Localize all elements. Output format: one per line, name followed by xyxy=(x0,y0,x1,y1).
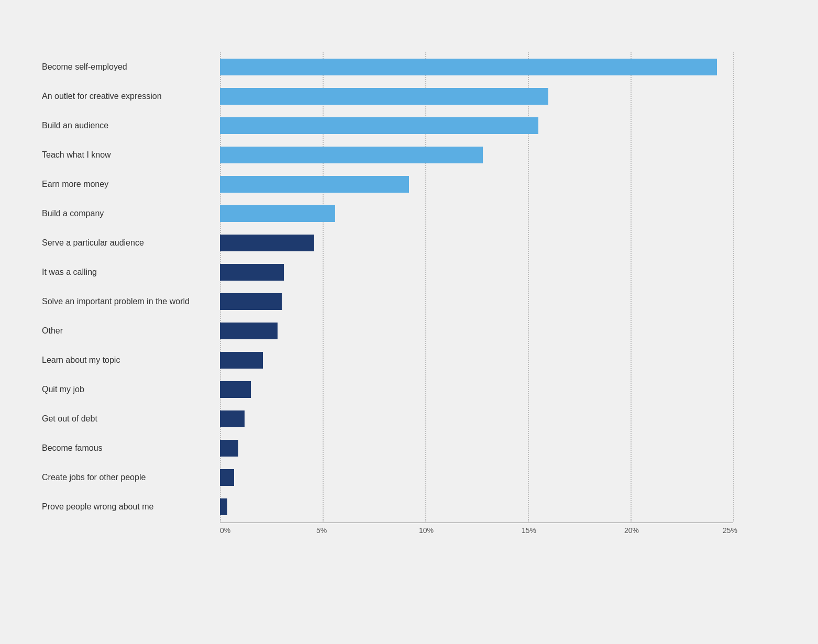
bar-row: Solve an important problem in the world xyxy=(42,287,733,316)
bar-label: Become self-employed xyxy=(42,62,220,72)
bar-fill xyxy=(220,440,238,457)
bar-fill xyxy=(220,352,263,369)
bar-label: Create jobs for other people xyxy=(42,473,220,482)
bar-row: Create jobs for other people xyxy=(42,463,733,492)
bar-fill xyxy=(220,205,335,222)
bar-track xyxy=(220,492,733,521)
bar-row: Build a company xyxy=(42,199,733,228)
bar-row: Serve a particular audience xyxy=(42,228,733,258)
bar-label: Learn about my topic xyxy=(42,356,220,365)
bars-container: Become self-employedAn outlet for creati… xyxy=(42,52,733,521)
bars-and-grid: Become self-employedAn outlet for creati… xyxy=(42,52,733,521)
bar-label: Earn more money xyxy=(42,180,220,189)
bar-track xyxy=(220,228,733,258)
bar-row: It was a calling xyxy=(42,258,733,287)
x-axis-label: 0% xyxy=(220,526,230,535)
bar-fill xyxy=(220,59,717,75)
bar-row: Earn more money xyxy=(42,170,733,199)
bar-row: Become self-employed xyxy=(42,52,733,82)
x-axis-label: 20% xyxy=(624,526,639,535)
grid-line xyxy=(733,52,734,521)
bar-row: Teach what I know xyxy=(42,140,733,170)
bar-label: Build an audience xyxy=(42,121,220,130)
bar-fill xyxy=(220,323,278,339)
bar-fill xyxy=(220,381,251,398)
bar-fill xyxy=(220,469,234,486)
bar-fill xyxy=(220,293,282,310)
bar-track xyxy=(220,140,733,170)
bar-row: Other xyxy=(42,316,733,346)
bar-label: Prove people wrong about me xyxy=(42,502,220,512)
bar-track xyxy=(220,434,733,463)
bar-track xyxy=(220,52,733,82)
bar-track xyxy=(220,463,733,492)
bar-track xyxy=(220,375,733,404)
chart-container: Become self-employedAn outlet for creati… xyxy=(21,21,754,562)
bar-label: Build a company xyxy=(42,209,220,218)
bar-track xyxy=(220,287,733,316)
bar-label: Become famous xyxy=(42,443,220,453)
bar-label: It was a calling xyxy=(42,268,220,277)
x-axis-line-row xyxy=(42,523,733,523)
bar-row: Get out of debt xyxy=(42,404,733,434)
bar-row: Prove people wrong about me xyxy=(42,492,733,521)
bar-fill xyxy=(220,88,548,105)
bar-track xyxy=(220,346,733,375)
x-axis-label: 25% xyxy=(723,526,737,535)
bar-fill xyxy=(220,147,483,163)
bar-track xyxy=(220,199,733,228)
bar-label: Solve an important problem in the world xyxy=(42,297,220,306)
bar-row: Quit my job xyxy=(42,375,733,404)
x-axis-label: 15% xyxy=(522,526,536,535)
x-axis-line xyxy=(220,523,733,523)
bar-label: An outlet for creative expression xyxy=(42,92,220,101)
x-axis-ticks-row: 0%5%10%15%20%25% xyxy=(42,526,733,541)
bar-label: Other xyxy=(42,326,220,336)
bar-label: Quit my job xyxy=(42,385,220,394)
bar-fill xyxy=(220,410,245,427)
bar-fill xyxy=(220,235,314,251)
bar-row: An outlet for creative expression xyxy=(42,82,733,111)
bar-track xyxy=(220,170,733,199)
bar-track xyxy=(220,82,733,111)
bar-label: Get out of debt xyxy=(42,414,220,424)
bar-track xyxy=(220,404,733,434)
bar-fill xyxy=(220,176,409,193)
bar-track xyxy=(220,111,733,140)
bar-label: Teach what I know xyxy=(42,150,220,160)
x-ticks-container: 0%5%10%15%20%25% xyxy=(220,526,733,541)
bar-row: Become famous xyxy=(42,434,733,463)
bar-row: Build an audience xyxy=(42,111,733,140)
x-axis-label: 5% xyxy=(316,526,327,535)
bar-track xyxy=(220,316,733,346)
chart-area: Become self-employedAn outlet for creati… xyxy=(42,52,733,541)
bar-fill xyxy=(220,498,227,515)
bar-fill xyxy=(220,117,538,134)
bar-label: Serve a particular audience xyxy=(42,238,220,248)
bar-track xyxy=(220,258,733,287)
bar-fill xyxy=(220,264,284,281)
bar-row: Learn about my topic xyxy=(42,346,733,375)
x-axis-label: 10% xyxy=(419,526,434,535)
